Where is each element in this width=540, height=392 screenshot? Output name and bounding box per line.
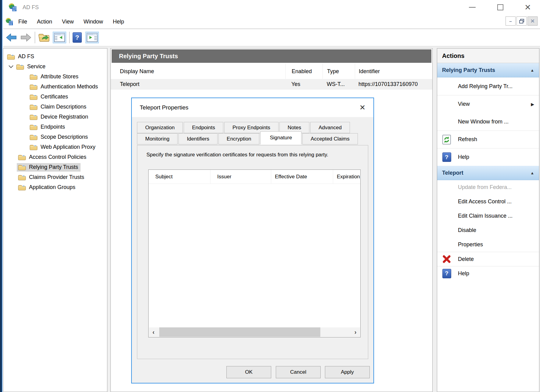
close-button[interactable]: ✕	[521, 0, 535, 15]
scroll-right-icon[interactable]: ›	[351, 329, 360, 336]
console-tree-icon	[54, 33, 65, 42]
horizontal-scrollbar[interactable]: ‹ ›	[149, 327, 360, 337]
show-hide-console-tree-button[interactable]	[53, 32, 66, 43]
console-tree-panel: AD FS Service Attribute Stores Authentic…	[3, 48, 107, 392]
cancel-button[interactable]: Cancel	[276, 366, 321, 378]
list-column-headers: Display Name Enabled Type Identifier	[111, 64, 432, 79]
action-help-teleport[interactable]: ? Help	[437, 266, 539, 280]
actions-section-title: Relying Party Trusts	[442, 67, 495, 73]
folder-icon	[18, 184, 26, 191]
menu-view[interactable]: View	[57, 15, 79, 29]
actions-section-relying-party-trusts[interactable]: Relying Party Trusts ▲	[437, 63, 539, 77]
column-header-expiration[interactable]: Expiration	[333, 170, 360, 184]
show-hide-action-pane-button[interactable]	[85, 32, 99, 43]
collapse-arrow-icon[interactable]: ▲	[530, 68, 534, 73]
column-header-subject[interactable]: Subject	[149, 170, 210, 184]
action-disable[interactable]: Disable	[437, 223, 539, 237]
action-view-label: View	[458, 101, 470, 107]
action-help-label: Help	[458, 154, 469, 160]
chevron-expanded-icon[interactable]	[8, 65, 14, 68]
actions-section-title: Teleport	[442, 170, 463, 176]
maximize-button[interactable]	[494, 0, 507, 15]
action-edit-claim-issuance[interactable]: Edit Claim Issuance ...	[437, 209, 539, 223]
tree-item-attribute-stores[interactable]: Attribute Stores	[3, 72, 107, 82]
folder-icon	[30, 134, 38, 140]
action-help-rpt[interactable]: ? Help	[437, 148, 539, 166]
tree-item-service[interactable]: Service	[3, 62, 107, 72]
tab-endpoints[interactable]: Endpoints	[184, 122, 223, 133]
forward-arrow-icon	[20, 33, 32, 42]
tree-item-label: Claim Descriptions	[41, 104, 86, 110]
column-header-issuer[interactable]: Issuer	[210, 170, 271, 184]
action-view[interactable]: View ▶	[437, 95, 539, 113]
dialog-title: Teleport Properties	[140, 104, 188, 111]
cell-enabled: Yes	[285, 79, 322, 90]
folder-icon	[30, 104, 38, 110]
column-header-enabled[interactable]: Enabled	[285, 64, 322, 79]
action-edit-access-control[interactable]: Edit Access Control ...	[437, 194, 539, 209]
tree-item-device-registration[interactable]: Device Registration	[3, 112, 107, 122]
column-header-type[interactable]: Type	[322, 64, 355, 79]
action-update-from-federation: Update from Federa...	[437, 180, 539, 194]
menu-bar: File Action View Window Help – ✕	[3, 15, 540, 29]
actions-section-teleport[interactable]: Teleport ▲	[437, 166, 539, 180]
tab-signature[interactable]: Signature	[260, 131, 301, 144]
tree-item-claims-provider-trusts[interactable]: Claims Provider Trusts	[3, 172, 107, 182]
certificates-column-headers: Subject Issuer Effective Date Expiration	[149, 170, 360, 184]
folder-icon	[30, 124, 38, 130]
tree-item-label: Application Groups	[29, 184, 75, 191]
menu-action[interactable]: Action	[32, 15, 57, 29]
tab-monitoring[interactable]: Monitoring	[137, 133, 178, 144]
tab-encryption[interactable]: Encryption	[218, 133, 259, 144]
back-button[interactable]	[5, 33, 17, 42]
tree-item-ad-fs[interactable]: AD FS	[3, 52, 107, 62]
dialog-tab-row-2: Monitoring Identifiers Encryption Signat…	[132, 133, 373, 144]
action-new-window[interactable]: New Window from ...	[437, 113, 539, 130]
tree-item-web-application-proxy[interactable]: Web Application Proxy	[3, 142, 107, 152]
action-add-relying-party-trust[interactable]: Add Relying Party Tr...	[437, 77, 539, 95]
tree-item-label: Relying Party Trusts	[29, 164, 78, 170]
menu-file[interactable]: File	[13, 15, 32, 29]
export-list-button[interactable]	[38, 33, 50, 42]
column-header-display-name[interactable]: Display Name	[111, 64, 285, 79]
column-header-effective-date[interactable]: Effective Date	[271, 170, 333, 184]
tree-item-relying-party-trusts[interactable]: Relying Party Trusts	[3, 162, 107, 172]
tree-item-certificates[interactable]: Certificates	[3, 92, 107, 102]
cell-identifier: https://10701337160970	[355, 79, 432, 90]
toolbar-help-button[interactable]: ?	[73, 32, 82, 43]
action-properties[interactable]: Properties	[437, 237, 539, 252]
mdi-minimize-button[interactable]: –	[506, 16, 516, 26]
tree-item-authentication-methods[interactable]: Authentication Methods	[3, 82, 107, 92]
tree-item-endpoints[interactable]: Endpoints	[3, 122, 107, 132]
tab-identifiers[interactable]: Identifiers	[178, 133, 218, 144]
tree-item-access-control-policies[interactable]: Access Control Policies	[3, 152, 107, 162]
minimize-button[interactable]	[466, 0, 479, 15]
certificates-listview[interactable]: Subject Issuer Effective Date Expiration…	[148, 169, 361, 337]
tab-accepted-claims[interactable]: Accepted Claims	[302, 133, 358, 144]
refresh-icon	[441, 134, 452, 145]
tab-advanced[interactable]: Advanced	[310, 122, 350, 133]
tab-organization[interactable]: Organization	[137, 122, 183, 133]
action-delete[interactable]: Delete	[437, 252, 539, 266]
menu-window[interactable]: Window	[79, 15, 108, 29]
scrollbar-thumb[interactable]	[159, 327, 320, 337]
forward-button[interactable]	[20, 33, 32, 42]
table-row-teleport[interactable]: Teleport Yes WS-T... https://10701337160…	[111, 79, 432, 90]
column-header-identifier[interactable]: Identifier	[355, 64, 432, 79]
dialog-close-icon[interactable]: ✕	[359, 104, 365, 111]
tree-item-scope-descriptions[interactable]: Scope Descriptions	[3, 132, 107, 142]
action-refresh[interactable]: Refresh	[437, 130, 539, 148]
collapse-arrow-icon[interactable]: ▲	[530, 171, 534, 175]
tree-item-claim-descriptions[interactable]: Claim Descriptions	[3, 102, 107, 112]
mdi-restore-button[interactable]	[517, 16, 527, 26]
menu-help[interactable]: Help	[108, 15, 129, 29]
folder-icon	[30, 74, 38, 80]
back-arrow-icon	[5, 33, 17, 42]
scroll-left-icon[interactable]: ‹	[149, 329, 158, 336]
tree-item-application-groups[interactable]: Application Groups	[3, 182, 107, 192]
folder-icon	[16, 64, 24, 70]
tree-item-label: Certificates	[41, 94, 68, 100]
mdi-close-button[interactable]: ✕	[527, 16, 538, 26]
ok-button[interactable]: OK	[226, 366, 271, 378]
apply-button[interactable]: Apply	[325, 366, 370, 378]
